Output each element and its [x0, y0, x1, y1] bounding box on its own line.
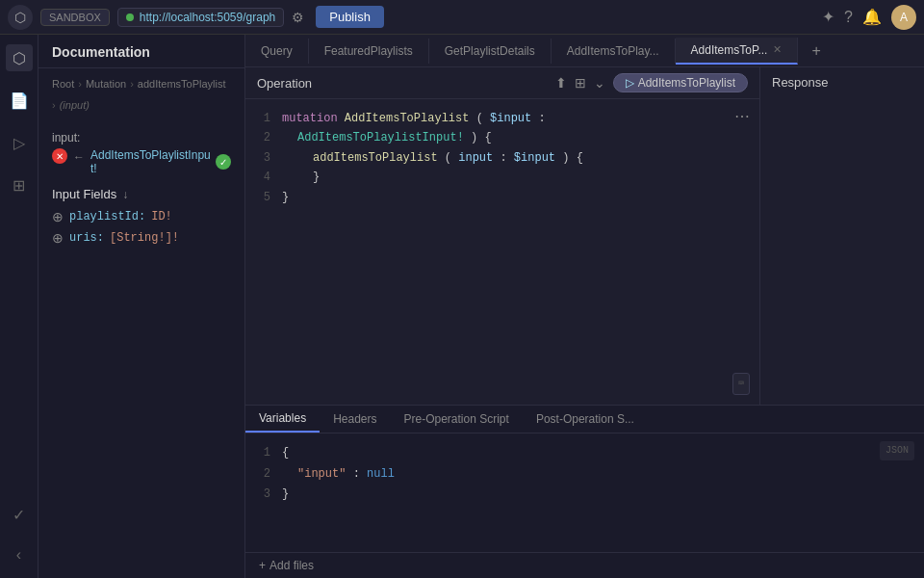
bottom-panel: Variables Headers Pre-Operation Script P…: [245, 405, 924, 578]
sandbox-badge: SANDBOX: [40, 9, 110, 26]
var-brace-close: }: [282, 485, 289, 506]
field-type-uris: [String!]!: [110, 231, 179, 245]
main-layout: ⬡ 📄 ▷ ⊞ ✓ ‹ Documentation Root › Mutatio…: [0, 35, 924, 578]
tab-add-items-1[interactable]: AddItemsToPlay...: [552, 39, 676, 64]
input-type-value: AddItemsToPlaylistInput! ✓: [90, 148, 231, 175]
tab-featured-playlists-label: FeaturedPlaylists: [324, 44, 413, 58]
sidebar-item-grid[interactable]: ⊞: [6, 171, 33, 198]
add-files-button[interactable]: + Add files: [259, 559, 314, 572]
code-line-4: 4 }: [255, 168, 750, 187]
bottom-tab-variables[interactable]: Variables: [245, 406, 320, 433]
publish-button[interactable]: Publish: [316, 6, 384, 28]
more-options-btn[interactable]: ⋯: [734, 107, 750, 125]
response-panel: Response: [760, 67, 924, 405]
run-button-label: AddItemsToPlaylist: [638, 76, 735, 90]
code-line-5: 5 }: [255, 188, 750, 207]
check-badge: ✓: [216, 154, 231, 170]
bell-icon[interactable]: 🔔: [862, 8, 882, 26]
breadcrumb-sep1: ›: [78, 76, 82, 93]
breadcrumb-sep3: ›: [52, 97, 56, 115]
operation-panel: Operation ⬆ ⊞ ⌄ ▷ AddItemsToPlaylist: [245, 67, 760, 405]
breadcrumb-sep2: ›: [130, 76, 134, 93]
tab-add-items-2[interactable]: AddItemsToP... ✕: [676, 38, 799, 65]
tab-add-items-1-label: AddItemsToPlay...: [567, 44, 659, 58]
bottom-tabs: Variables Headers Pre-Operation Script P…: [245, 406, 924, 434]
field-name-playlist: playlistId:: [69, 210, 145, 223]
close-tab-icon[interactable]: ✕: [773, 43, 782, 56]
share-icon-btn[interactable]: ⬆: [555, 75, 567, 91]
avatar[interactable]: A: [891, 5, 916, 30]
run-button[interactable]: ▷ AddItemsToPlaylist: [613, 73, 748, 92]
code-content-3: addItemsToPlaylist ( input : $input ) {: [282, 148, 750, 168]
connection-status-dot: [126, 13, 134, 21]
json-label: JSON: [880, 441, 914, 460]
breadcrumb-param: (input): [60, 97, 90, 115]
operation-title: Operation: [257, 76, 312, 91]
breadcrumb-method[interactable]: addItemsToPlaylist: [138, 76, 226, 93]
doc-breadcrumb: Root › Mutation › addItemsToPlaylist › (…: [38, 68, 244, 121]
sidebar-item-check[interactable]: ✓: [6, 501, 33, 528]
url-bar[interactable]: http://localhost:5059/graph: [117, 8, 284, 27]
add-tab-button[interactable]: +: [802, 37, 830, 66]
field-name-uris: uris:: [69, 231, 104, 245]
add-files-label: Add files: [270, 559, 314, 572]
sidebar-item-graphql[interactable]: ⬡: [6, 44, 33, 71]
code-line-1: 1 mutation AddItemsToPlaylist ( $input :: [255, 109, 750, 128]
plus-icon-playlist[interactable]: ⊕: [52, 209, 64, 224]
line-num-2: 2: [255, 128, 270, 147]
variables-editor[interactable]: JSON 1 { 2 "input" : null: [245, 434, 924, 552]
play-icon: ▷: [626, 76, 634, 90]
sidebar-item-play[interactable]: ▷: [6, 129, 33, 156]
field-row-playlist: ⊕ playlistId: ID!: [52, 209, 231, 224]
code-editor[interactable]: 1 mutation AddItemsToPlaylist ( $input :…: [245, 99, 759, 405]
right-area: Query FeaturedPlaylists GetPlaylistDetai…: [245, 35, 924, 578]
sidebar-item-document[interactable]: 📄: [6, 87, 33, 114]
bottom-tab-headers[interactable]: Headers: [320, 407, 390, 432]
editor-area: Operation ⬆ ⊞ ⌄ ▷ AddItemsToPlaylist: [245, 67, 924, 578]
input-fields-label: Input Fields: [52, 187, 116, 201]
doc-content: input: ✕ ← AddItemsToPlaylistInput! ✓ In…: [38, 121, 244, 261]
arrow-icon: ←: [73, 150, 85, 164]
response-title: Response: [772, 75, 829, 90]
layout-icon-btn[interactable]: ⊞: [575, 75, 586, 91]
bottom-tab-pre-script[interactable]: Pre-Operation Script: [391, 407, 523, 432]
input-fields-collapse-icon[interactable]: ↓: [122, 188, 128, 201]
tabs-bar: Query FeaturedPlaylists GetPlaylistDetai…: [245, 35, 924, 67]
var-brace-open: {: [282, 443, 289, 464]
sidebar-item-collapse[interactable]: ‹: [6, 541, 33, 568]
options-icon-btn[interactable]: ⌄: [594, 75, 605, 91]
tab-get-playlist-label: GetPlaylistDetails: [445, 44, 535, 58]
doc-header: Documentation: [38, 35, 244, 68]
editor-top: Operation ⬆ ⊞ ⌄ ▷ AddItemsToPlaylist: [245, 67, 924, 405]
line-num-1: 1: [255, 109, 270, 128]
var-line-1: 1 {: [255, 443, 914, 464]
line-num-4: 4: [255, 168, 270, 187]
plus-icon-uris[interactable]: ⊕: [52, 230, 64, 246]
input-type-text: AddItemsToPlaylistInput!: [90, 148, 212, 175]
ai-icon[interactable]: ✦: [822, 8, 834, 26]
settings-icon[interactable]: ⚙: [292, 10, 304, 25]
input-row: ✕ ← AddItemsToPlaylistInput! ✓: [52, 148, 231, 175]
url-text: http://localhost:5059/graph: [140, 11, 275, 24]
help-icon[interactable]: ?: [844, 9, 853, 26]
bottom-tab-post-script[interactable]: Post-Operation S...: [523, 407, 648, 432]
code-line-3: 3 addItemsToPlaylist ( input : $input ) …: [255, 148, 750, 168]
doc-panel: Documentation Root › Mutation › addItems…: [38, 35, 245, 578]
breadcrumb-mutation[interactable]: Mutation: [86, 76, 126, 93]
topbar-icons: ✦ ? 🔔 A: [822, 5, 916, 30]
code-content-4: }: [282, 168, 750, 187]
breadcrumb-root[interactable]: Root: [52, 76, 74, 93]
var-line-2: 2 "input" : null: [255, 464, 914, 486]
var-line-3: 3 }: [255, 485, 914, 506]
code-content-5: }: [282, 188, 750, 207]
code-content-1: mutation AddItemsToPlaylist ( $input :: [282, 109, 750, 128]
tab-get-playlist-details[interactable]: GetPlaylistDetails: [429, 39, 552, 64]
var-line-num-2: 2: [255, 464, 270, 486]
keyboard-hint: ⌨: [732, 373, 750, 395]
sidebar-bottom: ✓ ‹: [6, 501, 33, 568]
tab-query[interactable]: Query: [245, 39, 309, 64]
tab-featured-playlists[interactable]: FeaturedPlaylists: [309, 39, 429, 64]
app-logo: ⬡: [8, 5, 33, 30]
field-type-playlist: ID!: [151, 210, 172, 223]
var-line-num-3: 3: [255, 485, 270, 506]
